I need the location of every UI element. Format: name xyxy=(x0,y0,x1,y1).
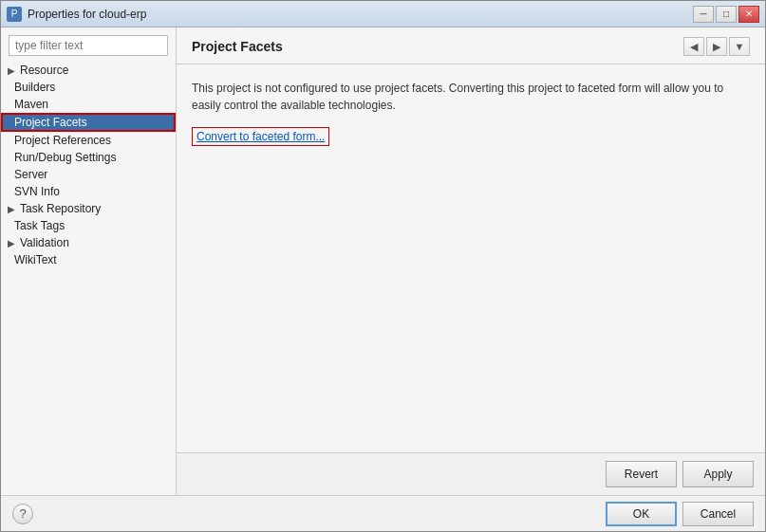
sidebar-item-project-facets[interactable]: Project Facets xyxy=(1,113,176,132)
sidebar-item-label: Task Tags xyxy=(14,219,65,232)
sidebar-item-server[interactable]: Server xyxy=(1,166,176,183)
help-button[interactable]: ? xyxy=(12,504,33,524)
ok-button[interactable]: OK xyxy=(606,502,677,526)
left-panel: ▶ Resource Builders Maven Project Facets… xyxy=(1,28,177,495)
sidebar-item-run-debug[interactable]: Run/Debug Settings xyxy=(1,149,176,166)
sidebar-item-project-references[interactable]: Project References xyxy=(1,132,176,149)
action-bar: Revert Apply xyxy=(177,452,765,495)
window-title: Properties for cloud-erp xyxy=(28,8,693,21)
sidebar-item-label: Validation xyxy=(20,236,69,249)
sidebar-item-label: WikiText xyxy=(14,253,57,266)
title-bar: P Properties for cloud-erp ─ □ ✕ xyxy=(1,1,765,28)
dialog-bottom: ? OK Cancel xyxy=(1,495,765,531)
expand-icon: ▶ xyxy=(5,64,18,77)
sidebar-item-label: Resource xyxy=(20,64,68,77)
sidebar-item-validation[interactable]: ▶ Validation xyxy=(1,234,176,251)
right-panel: Project Facets ◀ ▶ ▼ This project is not… xyxy=(177,28,765,495)
close-button[interactable]: ✕ xyxy=(738,6,759,23)
content-area: ▶ Resource Builders Maven Project Facets… xyxy=(1,28,765,495)
sidebar-item-label: Maven xyxy=(14,98,48,111)
panel-title: Project Facets xyxy=(192,39,283,54)
sidebar-item-label: Run/Debug Settings xyxy=(14,151,116,164)
sidebar-item-label: Project Facets xyxy=(14,116,87,129)
nav-back-button[interactable]: ◀ xyxy=(683,37,704,56)
window-controls: ─ □ ✕ xyxy=(693,6,759,23)
tree-list: ▶ Resource Builders Maven Project Facets… xyxy=(1,60,176,495)
sidebar-item-label: Task Repository xyxy=(20,202,101,215)
expand-icon: ▶ xyxy=(5,236,18,249)
sidebar-item-wikitext[interactable]: WikiText xyxy=(1,251,176,268)
panel-content: This project is not configured to use pr… xyxy=(177,64,765,452)
sidebar-item-svn-info[interactable]: SVN Info xyxy=(1,183,176,200)
sidebar-item-label: Project References xyxy=(14,134,111,147)
revert-button[interactable]: Revert xyxy=(606,461,677,487)
sidebar-item-builders[interactable]: Builders xyxy=(1,79,176,96)
expand-icon: ▶ xyxy=(5,202,18,215)
sidebar-item-label: SVN Info xyxy=(14,185,60,198)
convert-link[interactable]: Convert to faceted form... xyxy=(192,127,329,146)
cancel-button[interactable]: Cancel xyxy=(682,502,754,526)
sidebar-item-resource[interactable]: ▶ Resource xyxy=(1,62,176,79)
maximize-button[interactable]: □ xyxy=(716,6,737,23)
sidebar-item-maven[interactable]: Maven xyxy=(1,96,176,113)
main-window: P Properties for cloud-erp ─ □ ✕ ▶ Resou… xyxy=(0,0,766,532)
dialog-buttons: OK Cancel xyxy=(606,502,754,526)
panel-nav: ◀ ▶ ▼ xyxy=(683,37,750,56)
filter-input[interactable] xyxy=(9,35,168,56)
window-icon: P xyxy=(7,7,22,22)
apply-button[interactable]: Apply xyxy=(682,461,754,487)
panel-header: Project Facets ◀ ▶ ▼ xyxy=(177,28,765,64)
sidebar-item-task-tags[interactable]: Task Tags xyxy=(1,217,176,234)
sidebar-item-label: Builders xyxy=(14,81,55,94)
sidebar-item-task-repository[interactable]: ▶ Task Repository xyxy=(1,200,176,217)
nav-forward-button[interactable]: ▶ xyxy=(706,37,727,56)
minimize-button[interactable]: ─ xyxy=(693,6,714,23)
nav-dropdown-button[interactable]: ▼ xyxy=(729,37,750,56)
sidebar-item-label: Server xyxy=(14,168,47,181)
info-text: This project is not configured to use pr… xyxy=(192,80,750,114)
